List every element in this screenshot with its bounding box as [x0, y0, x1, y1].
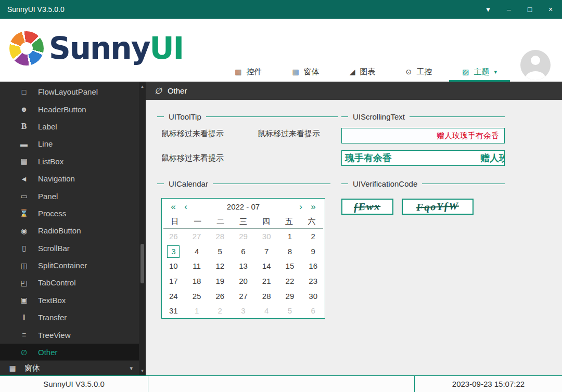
calendar-day[interactable]: 23	[307, 275, 320, 288]
calendar-day[interactable]: 27	[190, 230, 203, 243]
calendar-day[interactable]: 10	[167, 260, 180, 272]
minimize-button[interactable]: –	[505, 5, 513, 14]
calendar-next-year-icon[interactable]: »	[307, 202, 320, 212]
calendar-day[interactable]: 27	[237, 290, 249, 303]
calendar-day[interactable]: 16	[307, 260, 320, 272]
calendar-day[interactable]: 1	[190, 305, 203, 317]
tab-themes[interactable]: ▨ 主题 ▾	[447, 62, 512, 82]
scroll-down-icon[interactable]: ▾	[139, 368, 146, 373]
close-button[interactable]: ×	[546, 5, 555, 14]
calendar-day[interactable]: 2	[307, 230, 320, 243]
sidebar-item-label[interactable]: B Label	[0, 118, 139, 135]
status-version-text: SunnyUI V3.5.0.0	[43, 380, 105, 388]
tab-forms[interactable]: ▥ 窗体	[277, 62, 334, 82]
verification-code-1[interactable]: fEwx	[341, 199, 393, 215]
legend-tick	[341, 116, 348, 117]
calendar-day[interactable]: 29	[284, 290, 296, 303]
calendar-day[interactable]: 5	[284, 305, 296, 317]
sidebar-item-other[interactable]: ∅ Other	[0, 344, 139, 361]
sidebar-item-label: FlowLayoutPanel	[38, 87, 98, 96]
calendar-day[interactable]: 19	[214, 275, 226, 288]
calendar-day[interactable]: 6	[237, 245, 249, 258]
calendar-day[interactable]: 25	[190, 290, 203, 303]
calendar-day[interactable]: 17	[167, 275, 180, 288]
calendar-day[interactable]: 28	[214, 230, 226, 243]
verification-code-1-value: fEwx	[354, 200, 381, 213]
calendar-day[interactable]: 11	[190, 260, 203, 272]
calendar-day[interactable]: 20	[237, 275, 249, 288]
tab-charts[interactable]: ◢ 图表	[335, 62, 391, 82]
calendar-day[interactable]: 5	[214, 245, 226, 258]
calendar-day[interactable]: 30	[260, 230, 273, 243]
calendar-day[interactable]: 26	[214, 290, 226, 303]
calendar-day[interactable]: 18	[190, 275, 203, 288]
tab-control-icon: ◰	[19, 279, 29, 287]
tooltip-label-2[interactable]: 鼠标移过来看提示	[258, 129, 320, 139]
verification-code-2[interactable]: FqoYfW	[402, 199, 474, 215]
other-icon: ∅	[19, 348, 29, 357]
sidebar-item-line[interactable]: ▬ Line	[0, 135, 139, 152]
tab-controls[interactable]: ▦ 控件	[220, 62, 277, 82]
scroll-up-icon[interactable]: ▴	[139, 84, 146, 89]
calendar-day[interactable]: 31	[167, 305, 180, 317]
calendar-day[interactable]: 26	[167, 230, 180, 243]
calendar-day[interactable]: 24	[167, 290, 180, 303]
sidebar-item-panel[interactable]: ▭ Panel	[0, 187, 139, 204]
tooltip-label-3[interactable]: 鼠标移过来看提示	[161, 153, 224, 163]
calendar-day[interactable]: 8	[284, 245, 296, 258]
maximize-button[interactable]: □	[526, 5, 534, 14]
tab-label: 窗体	[304, 67, 320, 77]
sidebar-item-splitcontainer[interactable]: ◫ SplitContainer	[0, 257, 139, 274]
calendar-day[interactable]: 29	[237, 230, 249, 243]
sidebar-item-process[interactable]: ⌛ Process	[0, 205, 139, 222]
label-icon: B	[19, 122, 29, 131]
calendar-day[interactable]: 28	[260, 290, 273, 303]
sidebar-item-transfer[interactable]: ‖ Transfer	[0, 309, 139, 326]
calendar-next-month-icon[interactable]: ›	[295, 202, 307, 212]
sidebar-section-forms[interactable]: ▦ 窗体 ▾	[0, 360, 139, 375]
calendar-grid: 26 27 28 29 30 1 2 3 4 5 6 7 8 9 10 11 1…	[162, 229, 325, 319]
textbox-icon: ▣	[19, 296, 29, 304]
sidebar-scrollbar[interactable]: ▴ ▾	[139, 82, 146, 375]
sidebar-item-listbox[interactable]: ▤ ListBox	[0, 153, 139, 170]
sidebar-item-label: ListBox	[38, 157, 63, 166]
calendar-day[interactable]: 13	[237, 260, 249, 272]
chevron-down-icon[interactable]: ▾	[484, 5, 492, 14]
tooltip-label-1[interactable]: 鼠标移过来看提示	[161, 129, 224, 139]
calendar-day[interactable]: 12	[214, 260, 226, 272]
calendar-day[interactable]: 3	[237, 305, 249, 317]
scrollbar-thumb[interactable]	[140, 244, 144, 283]
sidebar-item-headerbutton[interactable]: ☻ HeaderButton	[0, 100, 139, 117]
calendar-day[interactable]: 4	[260, 305, 273, 317]
calendar-day[interactable]: 6	[307, 305, 320, 317]
calendar-day[interactable]: 14	[260, 260, 273, 272]
sidebar-item-navigation[interactable]: ◄ Navigation	[0, 170, 139, 187]
calendar-day[interactable]: 9	[307, 245, 320, 258]
sidebar-item-scrollbar[interactable]: ▯ ScrollBar	[0, 240, 139, 257]
calendar-day[interactable]: 4	[190, 245, 203, 258]
sidebar-item-tabcontrol[interactable]: ◰ TabControl	[0, 274, 139, 291]
sidebar-item-radiobutton[interactable]: ◉ RadioButton	[0, 222, 139, 239]
sidebar-item-treeview[interactable]: ≡ TreeView	[0, 326, 139, 343]
sidebar-item-textbox[interactable]: ▣ TextBox	[0, 292, 139, 309]
tab-industrial[interactable]: ⊙ 工控	[391, 62, 448, 82]
calendar-prev-year-icon[interactable]: «	[167, 202, 180, 212]
calendar-day[interactable]: 21	[260, 275, 273, 288]
calendar-day[interactable]: 7	[260, 245, 273, 258]
weekday-label: 一	[186, 217, 209, 227]
calendar-prev-month-icon[interactable]: ‹	[180, 202, 192, 212]
sidebar-item-label: Other	[38, 348, 58, 357]
calendar-day[interactable]: 1	[284, 230, 296, 243]
calendar-day[interactable]: 2	[214, 305, 226, 317]
legend-rule	[410, 116, 505, 117]
scrolling-text-1-value: 赠人玫瑰手有余香	[437, 131, 499, 141]
calendar-day[interactable]: 30	[307, 290, 320, 303]
avatar[interactable]	[520, 50, 551, 80]
listbox-icon: ▤	[19, 157, 29, 165]
calendar-day-selected[interactable]: 3	[167, 245, 180, 258]
calendar-day[interactable]: 22	[284, 275, 296, 288]
calendar-day[interactable]: 15	[284, 260, 296, 272]
hourglass-icon: ⌛	[19, 209, 29, 217]
sidebar-item-flowlayoutpanel[interactable]: □ FlowLayoutPanel	[0, 83, 139, 100]
calendar-month-label[interactable]: 2022 - 07	[192, 202, 295, 211]
